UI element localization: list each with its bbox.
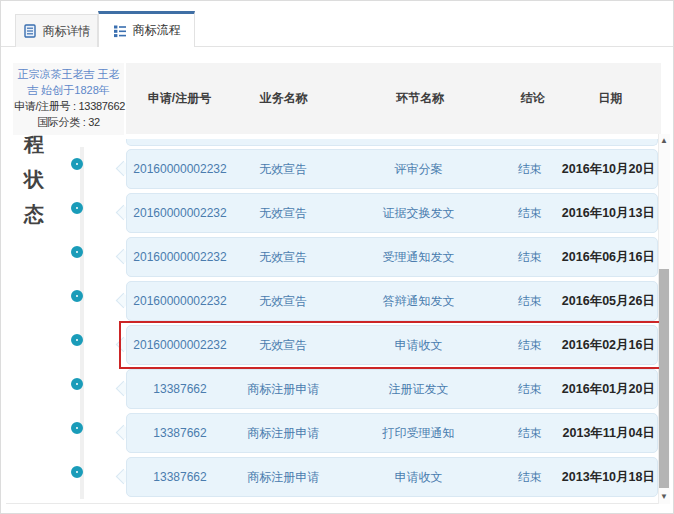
row-card[interactable]: 20160000002232 无效宣告 受理通知发文 结束 2016年06月16… [126,237,658,277]
header-cell: 日期 [559,90,661,107]
cell-date: 2016年10月13日 [556,205,657,222]
cell-conclusion: 结束 [503,249,556,266]
scrollbar-thumb[interactable] [659,269,669,488]
table-row[interactable]: 20160000002232 无效宣告 证据交换发文 结束 2016年10月13… [1,191,674,235]
table-row[interactable]: 13387662 商标注册申请 申请收文 结束 2013年10月18日 [1,455,674,499]
international-class: 国际分类 : 32 [14,115,123,131]
cell-conclusion: 结束 [503,381,556,398]
cell-conclusion: 结束 [503,425,556,442]
cell-reg-no: 13387662 [127,382,233,396]
row-card[interactable]: 20160000002232 无效宣告 答辩通知发文 结束 2016年05月26… [126,281,658,321]
cell-reg-no: 20160000002232 [127,206,233,220]
header-cell: 环节名称 [335,90,506,107]
timeline-circle-icon [71,378,83,390]
row-card[interactable]: 13387662 商标注册申请 注册证发文 结束 2016年01月20日 [126,369,658,409]
table-row[interactable]: 20160000002232 无效宣告 申请收文 结束 2016年02月16日 [1,323,674,367]
cell-date: 2016年01月20日 [556,381,657,398]
row-card[interactable]: 20160000002232 无效宣告 证据交换发文 结束 2016年10月13… [126,193,658,233]
partial-row-sliver [126,139,658,146]
cell-reg-no: 20160000002232 [127,162,233,176]
timeline-circle-icon [71,158,83,170]
cell-business-name: 商标注册申请 [233,381,334,398]
cell-conclusion: 结束 [503,337,556,354]
row-card[interactable]: 20160000002232 无效宣告 评审分案 结束 2016年10月20日 [126,149,658,189]
cell-date: 2013年11月04日 [556,425,657,442]
table-header: 申请/注册号业务名称环节名称结论日期 [126,63,661,134]
header-cell: 申请/注册号 [126,90,233,107]
cell-date: 2016年06月16日 [556,249,657,266]
cell-conclusion: 结束 [503,205,556,222]
timeline-circle-icon [71,334,83,346]
list-icon [113,24,127,38]
cell-reg-no: 20160000002232 [127,338,233,352]
cell-conclusion: 结束 [503,161,556,178]
timeline-circle-icon [71,290,83,302]
cell-date: 2016年10月20日 [556,161,657,178]
cell-step-name: 申请收文 [334,469,504,486]
timeline-circle-icon [71,466,83,478]
cell-reg-no: 13387662 [127,470,233,484]
scroll-down-arrow-icon[interactable]: ▼ [658,491,670,503]
tab-label: 商标流程 [133,22,181,39]
cell-step-name: 评审分案 [334,161,504,178]
cell-step-name: 受理通知发文 [334,249,504,266]
document-icon [23,24,37,38]
cell-reg-no: 20160000002232 [127,294,233,308]
timeline-circle-icon [71,202,83,214]
header-cell: 结论 [506,90,560,107]
cell-reg-no: 20160000002232 [127,250,233,264]
cell-date: 2013年10月18日 [556,469,657,486]
table-row[interactable]: 20160000002232 无效宣告 评审分案 结束 2016年10月20日 [1,147,674,191]
timeline-circle-icon [71,422,83,434]
cell-reg-no: 13387662 [127,426,233,440]
tab-trademark-details[interactable]: 商标详情 [15,14,98,47]
timeline-circle-icon [71,246,83,258]
cell-date: 2016年02月16日 [556,337,657,354]
table-row[interactable]: 20160000002232 无效宣告 答辩通知发文 结束 2016年05月26… [1,279,674,323]
cell-step-name: 证据交换发文 [334,205,504,222]
cell-conclusion: 结束 [503,293,556,310]
row-card[interactable]: 13387662 商标注册申请 申请收文 结束 2013年10月18日 [126,457,658,497]
content-bottom-border [6,503,670,504]
cell-conclusion: 结束 [503,469,556,486]
table-row[interactable]: 13387662 商标注册申请 打印受理通知 结束 2013年11月04日 [1,411,674,455]
header-cell: 业务名称 [233,90,335,107]
cell-business-name: 商标注册申请 [233,469,334,486]
cell-step-name: 答辩通知发文 [334,293,504,310]
tab-label: 商标详情 [43,23,91,40]
cell-business-name: 无效宣告 [233,249,334,266]
cell-business-name: 无效宣告 [233,293,334,310]
cell-step-name: 申请收文 [334,337,504,354]
cell-step-name: 打印受理通知 [334,425,504,442]
cell-business-name: 无效宣告 [233,337,334,354]
table-row[interactable]: 20160000002232 无效宣告 受理通知发文 结束 2016年06月16… [1,235,674,279]
trademark-name: 正宗凉茶王老吉 王老吉 始创于1828年 [14,67,123,99]
row-card[interactable]: 20160000002232 无效宣告 申请收文 结束 2016年02月16日 [126,325,658,365]
cell-business-name: 无效宣告 [233,161,334,178]
row-card[interactable]: 13387662 商标注册申请 打印受理通知 结束 2013年11月04日 [126,413,658,453]
cell-step-name: 注册证发文 [334,381,504,398]
table-row[interactable]: 13387662 商标注册申请 注册证发文 结束 2016年01月20日 [1,367,674,411]
registration-number: 申请/注册号 : 13387662 [14,99,123,115]
scroll-up-arrow-icon[interactable]: ▲ [658,135,670,147]
trademark-process-page: 商标详情 商标流程 正宗凉茶王老吉 王老吉 始创于1828年 申请/注册号 : … [0,0,674,514]
cell-business-name: 无效宣告 [233,205,334,222]
cell-date: 2016年05月26日 [556,293,657,310]
trademark-info-box: 正宗凉茶王老吉 王老吉 始创于1828年 申请/注册号 : 13387662 国… [13,63,124,135]
cell-business-name: 商标注册申请 [233,425,334,442]
tab-trademark-process[interactable]: 商标流程 [98,11,195,47]
